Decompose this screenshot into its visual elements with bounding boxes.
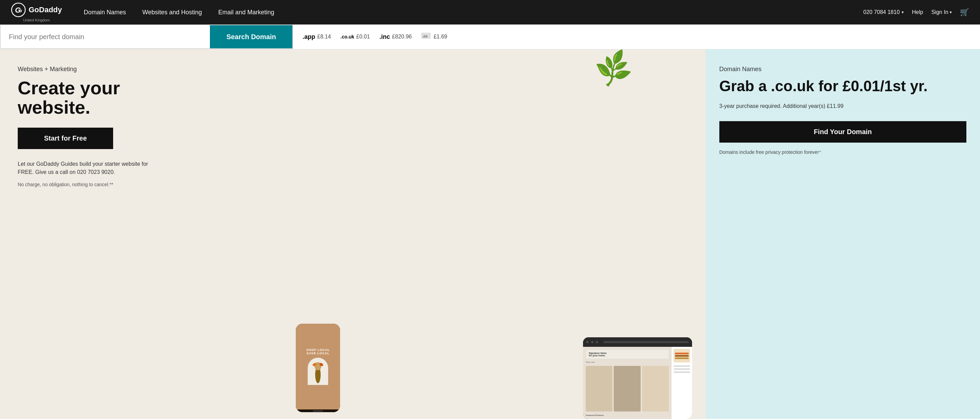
- tablet-product-1: [586, 366, 612, 412]
- region-label: United Kingdom: [23, 18, 50, 22]
- nav-link-websites-hosting[interactable]: Websites and Hosting: [134, 0, 210, 24]
- tablet-product-2: [614, 366, 641, 412]
- search-input[interactable]: [9, 33, 202, 41]
- tablet-screen: Signature itemsfor your home. Shop now F…: [583, 347, 692, 419]
- tablet-nav-item: [596, 341, 598, 343]
- svg-text:.co: .co: [423, 34, 427, 38]
- main-nav: G o GoDaddy United Kingdom Domain Names …: [0, 0, 980, 24]
- hero-left-panel: Websites + Marketing Create your website…: [0, 49, 706, 419]
- tablet-sidebar: [671, 347, 692, 419]
- promo-note: Domains include free privacy protection …: [719, 149, 966, 155]
- nav-link-domain-names[interactable]: Domain Names: [76, 0, 134, 24]
- phone-number[interactable]: 020 7084 1810 ▾: [864, 9, 904, 15]
- domain-price-couk: .co.uk £0.01: [340, 34, 370, 40]
- tablet-nav-item: [586, 341, 589, 343]
- search-button[interactable]: Search Domain: [210, 25, 293, 48]
- tablet-nav-item: [591, 341, 593, 343]
- tablet-color-picker: [674, 349, 690, 363]
- tablet-mockup: Signature itemsfor your home. Shop now F…: [583, 337, 692, 419]
- co-icon: .co: [421, 33, 431, 40]
- hero-description: Let our GoDaddy Guides build your starte…: [18, 160, 154, 176]
- nav-links: Domain Names Websites and Hosting Email …: [76, 0, 864, 24]
- start-free-button[interactable]: Start for Free: [18, 128, 113, 149]
- devices-illustration: 🌿 SHOP LOCALSAVE LOCAL: [275, 56, 698, 419]
- search-section: Search Domain .app £8.14 .co.uk £0.01 .i…: [0, 24, 980, 49]
- help-link[interactable]: Help: [912, 9, 923, 15]
- sidebar-item-1: [674, 365, 690, 367]
- phone-flower-svg: [309, 360, 326, 383]
- hero-right-panel: Domain Names Grab a .co.uk for £0.01/1st…: [706, 49, 980, 419]
- price-co: £1.69: [433, 34, 447, 40]
- tablet-main-content: Signature itemsfor your home. Shop now F…: [583, 347, 671, 419]
- nav-right: 020 7084 1810 ▾ Help Sign In ▾ 🛒: [864, 8, 969, 17]
- promo-title: Grab a .co.uk for £0.01/1st yr.: [719, 78, 966, 94]
- phone-arch-graphic: [308, 358, 328, 385]
- domain-price-app: .app £8.14: [302, 33, 331, 41]
- tablet-banner-text: Signature itemsfor your home.: [586, 350, 669, 359]
- phone-text-shop: SHOP LOCALSAVE LOCAL: [306, 348, 330, 355]
- search-bar-container: Search Domain: [0, 24, 293, 49]
- find-domain-button[interactable]: Find Your Domain: [719, 121, 966, 143]
- price-inc: £820.96: [392, 34, 412, 40]
- signin-chevron-icon: ▾: [950, 10, 952, 15]
- ext-couk: .co.uk: [340, 34, 354, 40]
- phone-mockup: SHOP LOCALSAVE LOCAL: [296, 324, 340, 412]
- svg-text:o: o: [19, 8, 22, 13]
- search-bar: Search Domain: [0, 24, 293, 49]
- godaddy-logo-icon: G o: [11, 2, 26, 17]
- tablet-product-grid: [586, 366, 669, 412]
- plant-decoration: 🌿: [592, 49, 635, 90]
- phone-bottom: [296, 409, 340, 412]
- signin-button[interactable]: Sign In ▾: [931, 9, 952, 15]
- sidebar-item-3: [674, 371, 690, 373]
- domain-price-co: .co £1.69: [421, 33, 447, 41]
- ext-co: .co: [421, 33, 431, 41]
- hero-title: Create your website.: [18, 78, 140, 117]
- promo-badge: Domain Names: [719, 66, 966, 73]
- ext-inc: .inc: [380, 33, 390, 41]
- phone-chevron-icon: ▾: [902, 10, 904, 15]
- promo-sub: 3-year purchase required. Additional yea…: [719, 102, 966, 110]
- price-couk: £0.01: [356, 34, 370, 40]
- cart-icon[interactable]: 🛒: [960, 8, 969, 17]
- nav-link-email-marketing[interactable]: Email and Marketing: [210, 0, 283, 24]
- domain-price-inc: .inc £820.96: [380, 33, 412, 41]
- sidebar-item-2: [674, 368, 690, 370]
- phone-screen: SHOP LOCALSAVE LOCAL: [296, 324, 340, 409]
- phone-text: 020 7084 1810: [864, 9, 900, 15]
- price-app: £8.14: [317, 34, 331, 40]
- tablet-shop-link: Shop now: [586, 361, 669, 363]
- tablet-header: [583, 337, 692, 347]
- search-input-wrapper: [1, 25, 210, 48]
- brand-name: GoDaddy: [29, 5, 62, 14]
- ext-app: .app: [302, 33, 315, 41]
- tablet-featured-label: Featured Products: [586, 414, 669, 416]
- hero-section: Websites + Marketing Create your website…: [0, 49, 980, 419]
- tablet-url-bar: [603, 341, 689, 343]
- domain-prices-bar: .app £8.14 .co.uk £0.01 .inc £820.96 .co…: [293, 33, 980, 41]
- logo[interactable]: G o GoDaddy United Kingdom: [11, 2, 62, 22]
- tablet-product-3: [642, 366, 669, 412]
